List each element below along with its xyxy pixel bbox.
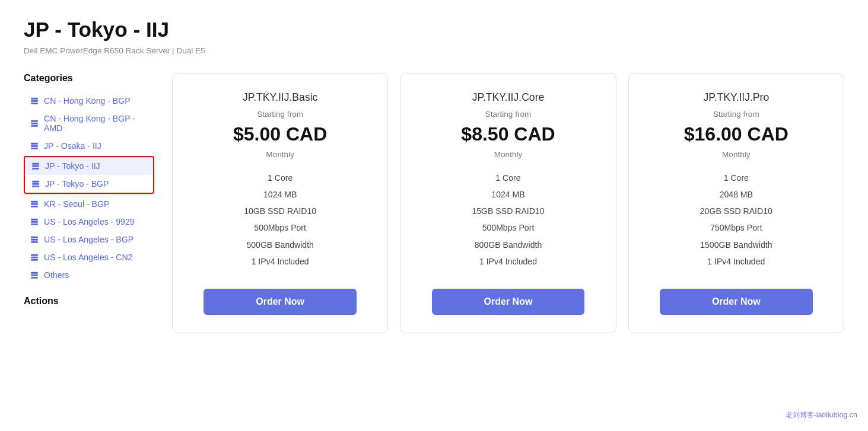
- sidebar-item-us-la-bgp-label: US - Los Angeles - BGP: [44, 235, 133, 244]
- svg-rect-27: [31, 272, 38, 274]
- svg-rect-28: [31, 274, 38, 276]
- spec-core-1: 1024 MB: [472, 186, 544, 203]
- spec-basic-3: 500Mbps Port: [244, 219, 316, 236]
- sidebar-item-us-la-cn2[interactable]: US - Los Angeles - CN2: [24, 248, 154, 266]
- categories-heading: Categories: [24, 73, 154, 84]
- sidebar-item-us-la-bgp[interactable]: US - Los Angeles - BGP: [24, 231, 154, 248]
- spec-basic-2: 10GB SSD RAID10: [244, 203, 316, 219]
- sidebar-item-cn-hk-bgp-label: CN - Hong Kong - BGP: [44, 96, 131, 106]
- server-icon-6: [30, 199, 39, 209]
- server-icon-9: [30, 253, 39, 262]
- spec-core-4: 800GB Bandwidth: [472, 237, 544, 253]
- svg-rect-7: [31, 145, 38, 147]
- svg-rect-12: [32, 181, 39, 183]
- sidebar-item-us-la-9929[interactable]: US - Los Angeles - 9929: [24, 213, 154, 231]
- sidebar-item-us-la-9929-label: US - Los Angeles - 9929: [44, 217, 135, 226]
- spec-core-3: 500Mbps Port: [472, 219, 544, 236]
- page-title: JP - Tokyo - IIJ: [24, 18, 844, 41]
- spec-pro-1: 2048 MB: [700, 186, 772, 203]
- server-icon-2: [30, 119, 39, 128]
- order-now-basic-button[interactable]: Order Now: [204, 289, 357, 315]
- sidebar-item-jp-tokyo-bgp[interactable]: JP - Tokyo - BGP: [25, 175, 153, 193]
- spec-basic-0: 1 Core: [244, 170, 316, 186]
- order-now-pro-button[interactable]: Order Now: [660, 289, 813, 315]
- svg-rect-23: [31, 241, 38, 243]
- sidebar-item-cn-hk-bgp-amd-label: CN - Hong Kong - BGP - AMD: [44, 114, 148, 133]
- spec-basic-4: 500GB Bandwidth: [244, 237, 316, 253]
- card-core-starting-from: Starting from: [485, 110, 532, 119]
- svg-rect-26: [31, 259, 38, 261]
- svg-rect-1: [31, 100, 38, 102]
- sidebar-item-others-label: Others: [44, 270, 69, 280]
- sidebar-item-kr-seoul-bgp[interactable]: KR - Seoul - BGP: [24, 195, 154, 213]
- svg-rect-8: [31, 148, 38, 149]
- svg-rect-3: [31, 120, 38, 122]
- server-icon: [30, 96, 39, 106]
- main-layout: Categories CN - Hong Kong - BGP CN - Hon…: [24, 73, 844, 333]
- card-basic-name: JP.TKY.IIJ.Basic: [243, 91, 317, 104]
- svg-rect-13: [32, 183, 39, 185]
- sidebar-item-jp-tokyo-iij-label: JP - Tokyo - IIJ: [45, 161, 100, 171]
- sidebar-item-cn-hk-bgp-amd[interactable]: CN - Hong Kong - BGP - AMD: [24, 110, 154, 137]
- card-basic-starting-from: Starting from: [257, 110, 303, 119]
- svg-rect-11: [32, 168, 39, 170]
- card-pro-period: Monthly: [722, 150, 751, 159]
- server-icon-8: [30, 235, 39, 244]
- card-core: JP.TKY.IIJ.Core Starting from $8.50 CAD …: [400, 73, 616, 333]
- actions-heading: Actions: [24, 296, 154, 307]
- spec-basic-5: 1 IPv4 Included: [244, 253, 316, 270]
- card-pro-specs: 1 Core 2048 MB 20GB SSD RAID10 750Mbps P…: [700, 170, 772, 270]
- svg-rect-0: [31, 98, 38, 100]
- sidebar-item-jp-osaka-iij[interactable]: JP - Osaka - IIJ: [24, 137, 154, 155]
- spec-pro-4: 1500GB Bandwidth: [700, 237, 772, 253]
- page-subtitle: Dell EMC PowerEdge R650 Rack Server | Du…: [24, 46, 844, 55]
- svg-rect-18: [31, 219, 38, 221]
- sidebar-item-kr-seoul-bgp-label: KR - Seoul - BGP: [44, 199, 109, 209]
- svg-rect-29: [31, 277, 38, 279]
- card-pro-name: JP.TKY.IIJ.Pro: [703, 91, 769, 104]
- spec-pro-3: 750Mbps Port: [700, 219, 772, 236]
- card-core-period: Monthly: [494, 150, 523, 159]
- sidebar: Categories CN - Hong Kong - BGP CN - Hon…: [24, 73, 154, 307]
- card-basic-specs: 1 Core 1024 MB 10GB SSD RAID10 500Mbps P…: [244, 170, 316, 270]
- server-icon-10: [30, 270, 39, 280]
- spec-pro-0: 1 Core: [700, 170, 772, 186]
- svg-rect-21: [31, 237, 38, 238]
- cards-area: JP.TKY.IIJ.Basic Starting from $5.00 CAD…: [172, 73, 844, 333]
- order-now-core-button[interactable]: Order Now: [432, 289, 585, 315]
- card-core-price: $8.50 CAD: [461, 123, 555, 145]
- svg-rect-4: [31, 123, 38, 124]
- svg-rect-6: [31, 143, 38, 145]
- svg-rect-19: [31, 221, 38, 223]
- sidebar-item-us-la-cn2-label: US - Los Angeles - CN2: [44, 253, 132, 262]
- card-pro-price: $16.00 CAD: [684, 123, 788, 145]
- server-icon-5: [31, 179, 40, 189]
- sidebar-item-jp-tokyo-iij[interactable]: JP - Tokyo - IIJ: [25, 157, 153, 175]
- svg-rect-22: [31, 239, 38, 241]
- spec-core-5: 1 IPv4 Included: [472, 253, 544, 270]
- svg-rect-2: [31, 103, 38, 104]
- svg-rect-24: [31, 254, 38, 256]
- spec-core-0: 1 Core: [472, 170, 544, 186]
- svg-rect-15: [31, 201, 38, 203]
- sidebar-item-jp-osaka-iij-label: JP - Osaka - IIJ: [44, 141, 101, 151]
- selected-group: JP - Tokyo - IIJ JP - Tokyo - BGP: [24, 156, 154, 194]
- spec-core-2: 15GB SSD RAID10: [472, 203, 544, 219]
- card-pro: JP.TKY.IIJ.Pro Starting from $16.00 CAD …: [628, 73, 844, 333]
- svg-rect-9: [32, 163, 39, 165]
- svg-rect-25: [31, 257, 38, 258]
- card-core-name: JP.TKY.IIJ.Core: [472, 91, 545, 104]
- svg-rect-10: [32, 165, 39, 167]
- spec-pro-2: 20GB SSD RAID10: [700, 203, 772, 219]
- card-basic: JP.TKY.IIJ.Basic Starting from $5.00 CAD…: [172, 73, 388, 333]
- server-icon-3: [30, 141, 39, 151]
- server-icon-4: [31, 161, 40, 171]
- spec-pro-5: 1 IPv4 Included: [700, 253, 772, 270]
- sidebar-item-others[interactable]: Others: [24, 266, 154, 284]
- sidebar-item-jp-tokyo-bgp-label: JP - Tokyo - BGP: [45, 179, 109, 189]
- card-basic-price: $5.00 CAD: [233, 123, 327, 145]
- svg-rect-14: [32, 186, 39, 187]
- svg-rect-17: [31, 206, 38, 207]
- sidebar-item-cn-hk-bgp[interactable]: CN - Hong Kong - BGP: [24, 92, 154, 110]
- card-core-specs: 1 Core 1024 MB 15GB SSD RAID10 500Mbps P…: [472, 170, 544, 270]
